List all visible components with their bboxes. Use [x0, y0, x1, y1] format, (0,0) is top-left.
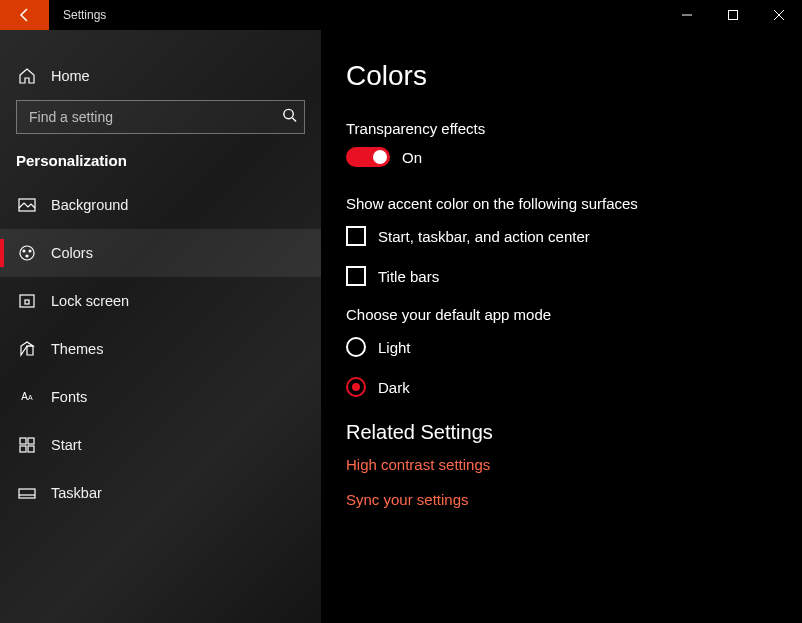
svg-rect-1 [729, 11, 738, 20]
sidebar-item-label: Fonts [51, 389, 87, 405]
transparency-toggle[interactable] [346, 147, 390, 167]
minimize-icon [682, 10, 692, 20]
sidebar-item-label: Background [51, 197, 128, 213]
minimize-button[interactable] [664, 0, 710, 30]
sidebar-item-label: Start [51, 437, 82, 453]
themes-icon [17, 339, 37, 359]
radio-icon [346, 337, 366, 357]
start-icon [17, 435, 37, 455]
app-mode-dark[interactable]: Dark [346, 377, 802, 397]
close-button[interactable] [756, 0, 802, 30]
svg-rect-15 [20, 446, 26, 452]
taskbar-icon [17, 483, 37, 503]
home-icon [17, 66, 37, 86]
radio-icon [346, 377, 366, 397]
sidebar-item-themes[interactable]: Themes [0, 325, 321, 373]
accent-surfaces-heading: Show accent color on the following surfa… [346, 195, 802, 212]
svg-point-10 [26, 255, 28, 257]
app-title: Settings [49, 0, 106, 30]
app-mode-label: Light [378, 339, 411, 356]
close-icon [774, 10, 784, 20]
svg-rect-16 [28, 446, 34, 452]
svg-rect-13 [20, 438, 26, 444]
svg-point-7 [20, 246, 34, 260]
sidebar-item-colors[interactable]: Colors [0, 229, 321, 277]
accent-check-start[interactable]: Start, taskbar, and action center [346, 226, 802, 246]
accent-option-label: Start, taskbar, and action center [378, 228, 590, 245]
content-pane: Colors Transparency effects On Show acce… [321, 30, 802, 623]
toggle-knob [373, 150, 387, 164]
link-sync-settings[interactable]: Sync your settings [346, 491, 802, 508]
maximize-button[interactable] [710, 0, 756, 30]
svg-rect-12 [25, 300, 29, 304]
related-settings-heading: Related Settings [346, 421, 802, 444]
settings-window: Settings Home [0, 0, 802, 623]
title-bar: Settings [0, 0, 802, 30]
sidebar-home[interactable]: Home [0, 52, 321, 100]
sidebar-section-title: Personalization [0, 152, 321, 181]
app-body: Home Personalization Background [0, 30, 802, 623]
sidebar-home-label: Home [51, 68, 90, 84]
sidebar-item-label: Taskbar [51, 485, 102, 501]
svg-rect-11 [20, 295, 34, 307]
sidebar-item-label: Lock screen [51, 293, 129, 309]
picture-icon [17, 195, 37, 215]
sidebar: Home Personalization Background [0, 30, 321, 623]
search-icon[interactable] [282, 108, 297, 127]
sidebar-item-start[interactable]: Start [0, 421, 321, 469]
page-title: Colors [346, 60, 802, 92]
app-mode-heading: Choose your default app mode [346, 306, 802, 323]
svg-point-9 [29, 250, 31, 252]
sidebar-item-lockscreen[interactable]: Lock screen [0, 277, 321, 325]
back-arrow-icon [17, 7, 33, 23]
sidebar-item-fonts[interactable]: AA Fonts [0, 373, 321, 421]
link-high-contrast[interactable]: High contrast settings [346, 456, 802, 473]
sidebar-item-background[interactable]: Background [0, 181, 321, 229]
checkbox-icon [346, 226, 366, 246]
back-button[interactable] [0, 0, 49, 30]
app-mode-label: Dark [378, 379, 410, 396]
svg-point-8 [23, 250, 25, 252]
palette-icon [17, 243, 37, 263]
sidebar-item-label: Colors [51, 245, 93, 261]
svg-rect-17 [19, 489, 35, 498]
fonts-icon: AA [17, 387, 37, 407]
search-container [0, 100, 321, 152]
app-mode-light[interactable]: Light [346, 337, 802, 357]
sidebar-item-label: Themes [51, 341, 103, 357]
transparency-label: Transparency effects [346, 120, 802, 137]
svg-line-5 [292, 118, 296, 122]
accent-check-titlebars[interactable]: Title bars [346, 266, 802, 286]
maximize-icon [728, 10, 738, 20]
accent-option-label: Title bars [378, 268, 439, 285]
checkbox-icon [346, 266, 366, 286]
lockscreen-icon [17, 291, 37, 311]
search-input[interactable] [16, 100, 305, 134]
svg-point-4 [284, 109, 293, 118]
transparency-state: On [402, 149, 422, 166]
transparency-toggle-row: On [346, 147, 802, 167]
svg-rect-14 [28, 438, 34, 444]
sidebar-item-taskbar[interactable]: Taskbar [0, 469, 321, 517]
